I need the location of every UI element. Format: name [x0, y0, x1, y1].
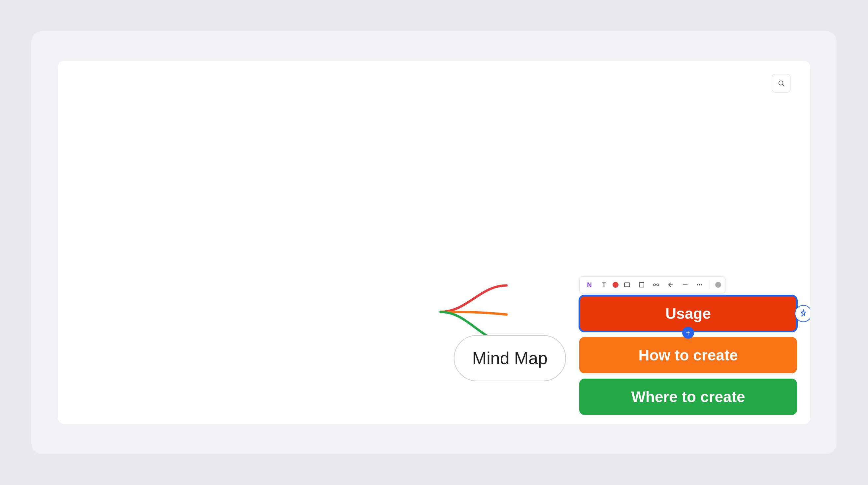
toolbar-separator	[710, 281, 710, 289]
plus-bottom-icon: +	[686, 329, 690, 337]
toolbar-logo[interactable]: N	[584, 279, 595, 291]
node-where-to-create[interactable]: Where to create	[579, 379, 797, 415]
pin-icon-button[interactable]	[795, 305, 810, 322]
svg-point-5	[657, 284, 659, 286]
plus-bottom-button[interactable]: +	[682, 327, 694, 339]
canvas: Mind Map N T	[58, 61, 810, 424]
toolbar-connect-tool[interactable]	[650, 279, 662, 291]
toolbar-line-tool[interactable]	[679, 279, 691, 291]
branches-container: N T	[579, 295, 797, 415]
toolbar-rect-tool[interactable]	[621, 279, 633, 291]
node-how-label: How to create	[638, 346, 738, 364]
pin-icon	[799, 309, 808, 318]
svg-rect-3	[639, 283, 644, 287]
node-usage-label: Usage	[665, 305, 711, 322]
toolbar-shape-tool[interactable]	[636, 279, 648, 291]
node-where-label: Where to create	[631, 388, 745, 406]
toolbar-close-button[interactable]	[715, 282, 721, 288]
toolbar-more-tool[interactable]: •••	[694, 279, 706, 291]
toolbar-color-dot[interactable]	[613, 282, 619, 288]
svg-rect-2	[624, 283, 630, 287]
center-node-label: Mind Map	[472, 348, 548, 368]
svg-point-0	[779, 81, 783, 85]
outer-frame: Mind Map N T	[31, 31, 837, 454]
node-usage[interactable]: Usage + +	[579, 295, 797, 332]
center-node[interactable]: Mind Map	[454, 335, 566, 381]
svg-line-1	[782, 85, 784, 86]
node-toolbar: N T	[579, 276, 725, 293]
toolbar-text-tool[interactable]: T	[598, 279, 610, 291]
node-how-to-create[interactable]: How to create	[579, 337, 797, 373]
svg-point-4	[653, 284, 655, 286]
search-icon	[778, 80, 785, 87]
search-button[interactable]	[772, 74, 790, 92]
toolbar-arrow-tool[interactable]	[665, 279, 677, 291]
